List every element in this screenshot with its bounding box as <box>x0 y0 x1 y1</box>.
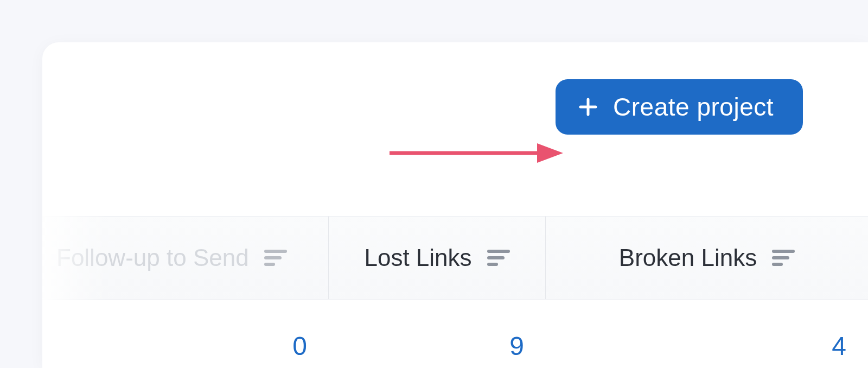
column-header-label: Broken Links <box>619 244 757 271</box>
column-header-lost[interactable]: Lost Links <box>329 217 546 299</box>
column-header-followup[interactable]: Follow-up to Send <box>42 217 329 299</box>
sort-icon <box>487 250 510 266</box>
plus-icon <box>578 97 598 117</box>
table-header-row: Follow-up to Send Lost Links Broken Link… <box>42 216 868 300</box>
cell-value: 9 <box>509 331 524 361</box>
cell-lost[interactable]: 9 <box>329 300 546 368</box>
main-panel: Create project Follow-up to Send Lost Li… <box>42 42 868 368</box>
cell-followup[interactable]: 0 <box>42 300 329 368</box>
column-header-label: Lost Links <box>364 244 471 271</box>
create-project-label: Create project <box>613 92 774 122</box>
svg-marker-1 <box>537 143 563 163</box>
annotation-arrow <box>390 142 563 164</box>
column-header-broken[interactable]: Broken Links <box>546 217 868 299</box>
cell-value: 4 <box>832 331 846 361</box>
toolbar: Create project <box>556 79 803 135</box>
sort-icon <box>772 250 795 266</box>
table-row: 0 9 4 <box>42 300 868 368</box>
create-project-button[interactable]: Create project <box>556 79 803 135</box>
cell-broken[interactable]: 4 <box>546 300 868 368</box>
sort-icon <box>264 250 287 266</box>
cell-value: 0 <box>292 331 307 361</box>
column-header-label: Follow-up to Send <box>56 244 249 271</box>
